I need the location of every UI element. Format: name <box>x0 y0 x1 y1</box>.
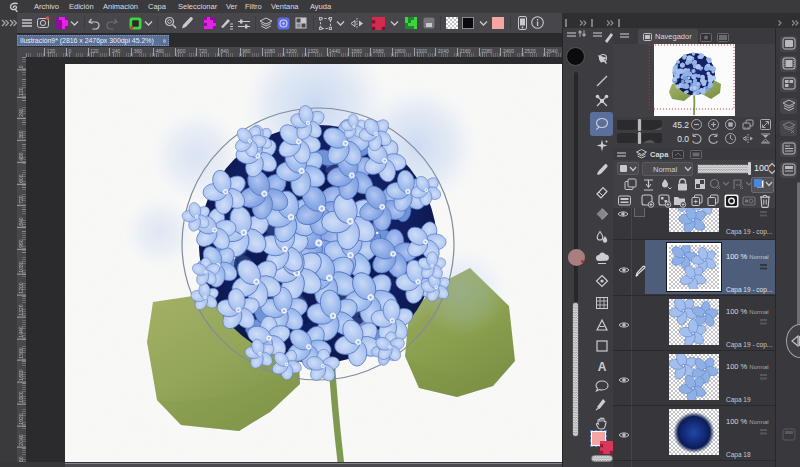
svg-text:A: A <box>597 360 606 374</box>
